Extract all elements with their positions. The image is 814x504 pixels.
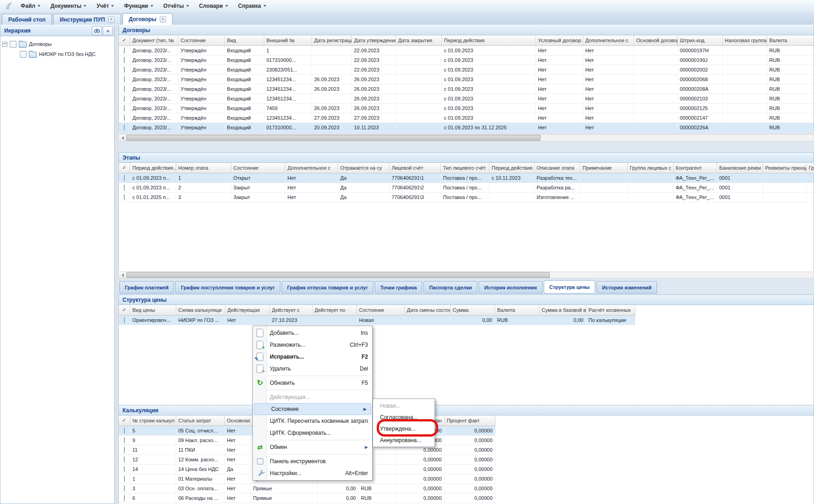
context-menu-item-12[interactable]: Обмен bbox=[253, 441, 372, 453]
collapse-node-icon[interactable] bbox=[2, 42, 7, 47]
column-header[interactable]: Вид bbox=[224, 35, 264, 45]
scrollbar-thumb[interactable] bbox=[127, 272, 550, 278]
row-checkbox[interactable] bbox=[124, 485, 125, 492]
detail-tab-6[interactable]: Структура цены bbox=[544, 280, 595, 294]
column-header[interactable]: № строки калькул bbox=[130, 415, 176, 426]
detail-tab-3[interactable]: Точки графика bbox=[375, 281, 423, 294]
column-header[interactable]: Лицевой счёт bbox=[389, 163, 440, 173]
row-checkbox[interactable] bbox=[124, 194, 125, 200]
column-header[interactable]: Номер этапа bbox=[176, 163, 231, 173]
column-header[interactable]: Валюта bbox=[495, 305, 539, 315]
scroll-left-button[interactable] bbox=[119, 135, 127, 141]
column-header[interactable]: Грузополучатель bbox=[806, 163, 814, 173]
table-row[interactable]: с 01.09.2023 п...2ЗакрытНетДа7706406291\… bbox=[119, 183, 814, 192]
context-menu-item-14[interactable]: Панель инструментов bbox=[253, 455, 372, 467]
main-tab-0[interactable]: Рабочий стол bbox=[2, 14, 52, 25]
row-checkbox[interactable] bbox=[124, 476, 125, 482]
table-row[interactable]: 303 Осн. оплата...НетПрямые0,00RUB0,0000… bbox=[119, 483, 495, 493]
row-checkbox[interactable] bbox=[124, 184, 125, 191]
tab-close-icon[interactable] bbox=[160, 16, 166, 22]
row-checkbox[interactable] bbox=[124, 115, 125, 121]
main-tab-1[interactable]: Инструкции ПУП bbox=[53, 14, 121, 25]
column-header[interactable]: Описание этапа bbox=[534, 163, 580, 173]
menu-4[interactable]: Отчёты bbox=[158, 1, 194, 11]
panel-splitter[interactable] bbox=[115, 25, 118, 504]
node-checkbox[interactable] bbox=[20, 51, 27, 58]
tree-node-label[interactable]: НИОКР по ГОЗ без НДС bbox=[39, 51, 95, 57]
main-tab-2[interactable]: Договоры bbox=[123, 13, 173, 25]
row-checkbox[interactable] bbox=[124, 66, 125, 73]
context-menu-item-0[interactable]: Добавить...Ins bbox=[253, 327, 372, 339]
column-header[interactable]: Основная bbox=[224, 415, 251, 426]
menu-1[interactable]: Документы bbox=[45, 1, 91, 11]
column-header[interactable]: Действует по bbox=[312, 305, 357, 315]
column-header[interactable]: Статья затрат bbox=[176, 415, 224, 426]
context-menu-item-9[interactable]: ЦИТК. Пересчитать косвенные затраты... bbox=[253, 415, 372, 427]
column-header[interactable]: Процент факт bbox=[444, 415, 495, 426]
select-all-header[interactable]: ✓ bbox=[119, 163, 130, 173]
context-menu-item-10[interactable]: ЦИТК. Сформировать... bbox=[253, 427, 372, 439]
column-header[interactable]: Период действия.. bbox=[130, 163, 176, 173]
find-button[interactable] bbox=[92, 26, 102, 35]
detail-tab-1[interactable]: График поступления товаров и услуг bbox=[175, 281, 280, 294]
menu-3[interactable]: Функции bbox=[119, 1, 158, 11]
row-checkbox[interactable] bbox=[124, 317, 125, 323]
table-row[interactable]: Договор, 2023/...УтверждёнВходящий123451… bbox=[119, 74, 814, 84]
row-checkbox[interactable] bbox=[124, 175, 125, 181]
column-header[interactable]: Дата смены состоя bbox=[404, 305, 450, 315]
column-header[interactable]: Внешний № bbox=[264, 35, 312, 45]
menu-2[interactable]: Учёт bbox=[91, 1, 119, 11]
column-header[interactable]: Примечание bbox=[580, 163, 627, 173]
scroll-left-button[interactable] bbox=[119, 272, 127, 278]
table-row[interactable]: 606 Расходы на ...НетПрямые0,00RUB0,0000… bbox=[119, 493, 495, 503]
stages-hscrollbar[interactable] bbox=[118, 271, 814, 278]
submenu-item-2-approved[interactable]: Утверждена... bbox=[373, 423, 435, 434]
row-checkbox[interactable] bbox=[124, 57, 125, 63]
column-header[interactable]: Группа лицевых с bbox=[627, 163, 673, 173]
table-row[interactable]: с 01.09.2023 п...1ОткрытНетДа7706406291\… bbox=[119, 173, 814, 183]
column-header[interactable]: Штрих-код bbox=[677, 35, 722, 45]
collapse-panel-button[interactable] bbox=[103, 26, 113, 35]
column-header[interactable]: Действующая bbox=[225, 305, 269, 315]
detail-tab-5[interactable]: История исполнения bbox=[479, 281, 542, 294]
column-header[interactable]: Дополнительное с bbox=[583, 35, 634, 45]
row-checkbox[interactable] bbox=[124, 427, 125, 434]
context-menu-item-2[interactable]: Исправить...F2 bbox=[253, 351, 372, 363]
select-all-header[interactable]: ✓ bbox=[119, 305, 130, 315]
table-row[interactable]: Ориентировоч...НИОКР по ГОЗ ...Нет27.10.… bbox=[119, 315, 635, 325]
table-row[interactable]: Договор, 2023/...УтверждёнВходящий017310… bbox=[119, 122, 814, 132]
column-header[interactable]: Расчёт косвенных bbox=[586, 305, 635, 315]
table-row[interactable]: Договор, 2023/...УтверждёнВходящий123451… bbox=[119, 113, 814, 122]
scrollbar-thumb[interactable] bbox=[127, 135, 541, 141]
row-checkbox[interactable] bbox=[124, 495, 125, 501]
table-row[interactable]: Договор, 2023/...УтверждёнВходящий123451… bbox=[119, 94, 814, 103]
row-checkbox[interactable] bbox=[124, 95, 125, 102]
context-menu-item-3[interactable]: УдалитьDel bbox=[253, 363, 372, 375]
column-header[interactable]: Состояние bbox=[231, 163, 285, 173]
column-header[interactable]: Документ (тип, № bbox=[130, 35, 178, 45]
tab-close-icon[interactable] bbox=[108, 17, 115, 23]
column-header[interactable]: Состояние bbox=[357, 305, 404, 315]
row-checkbox[interactable] bbox=[124, 105, 125, 111]
tree-node-niokr[interactable]: НИОКР по ГОЗ без НДС bbox=[2, 49, 114, 59]
row-checkbox[interactable] bbox=[124, 76, 125, 83]
select-all-header[interactable]: ✓ bbox=[119, 415, 130, 426]
context-menu-item-5[interactable]: ОбновитьF5 bbox=[253, 377, 372, 389]
column-header[interactable]: Дата регистрации. bbox=[312, 35, 351, 45]
row-checkbox[interactable] bbox=[124, 86, 125, 92]
detail-tab-0[interactable]: График платежей bbox=[119, 281, 174, 294]
contracts-hscrollbar[interactable] bbox=[118, 134, 814, 141]
column-header[interactable]: Период действия bbox=[441, 35, 535, 45]
column-header[interactable]: Сумма bbox=[450, 305, 495, 315]
menu-6[interactable]: Справка bbox=[233, 1, 271, 11]
column-header[interactable]: Тип лицевого счёт bbox=[440, 163, 489, 173]
column-header[interactable]: Основной договор bbox=[634, 35, 677, 45]
row-checkbox[interactable] bbox=[124, 456, 125, 463]
select-all-header[interactable]: ✓ bbox=[119, 35, 130, 45]
column-header[interactable]: Валюта bbox=[767, 35, 814, 45]
column-header[interactable]: Налоговая группа. bbox=[722, 35, 767, 45]
column-header[interactable]: Отражается на су bbox=[338, 163, 389, 173]
table-row[interactable]: Договор, 2023/...УтверждёнВходящий230823… bbox=[119, 65, 814, 74]
column-header[interactable]: Контрагент bbox=[673, 163, 717, 173]
context-menu-item-15[interactable]: Настройки...Alt+Enter bbox=[253, 467, 372, 479]
